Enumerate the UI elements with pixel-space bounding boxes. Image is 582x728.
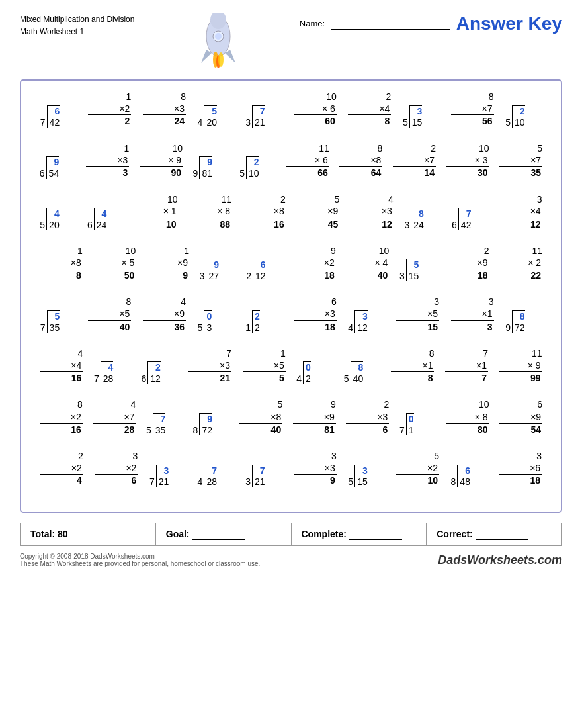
top-number: 10 [479, 398, 489, 410]
mul-problem: 10× 110 [134, 193, 177, 230]
answer: 16 [40, 372, 83, 384]
operator-number: ×4 [499, 205, 542, 218]
divisor: 3 [404, 220, 409, 230]
div-problem: 3721 [245, 105, 282, 128]
top-number: 4 [78, 347, 83, 359]
mul-problem: 1×22 [88, 91, 131, 128]
dividend: 2 [255, 322, 260, 333]
footer-complete: Complete: [292, 523, 427, 545]
svg-marker-3 [225, 50, 235, 63]
answer: 81 [293, 424, 336, 435]
top-number: 11 [532, 245, 543, 257]
top-number: 10 [126, 245, 136, 257]
div-problem: 701 [399, 413, 436, 435]
quotient: 5 [54, 311, 60, 322]
header-left: Mixed Multiplication and Division Math W… [20, 13, 134, 38]
divisor: 8 [193, 425, 198, 435]
divisor: 3 [399, 271, 405, 281]
dividend: 28 [103, 373, 114, 384]
divisor: 1 [245, 322, 251, 333]
brand-logo: DadsWorksheets.com [438, 553, 562, 567]
divisor: 4 [296, 373, 302, 384]
answer: 50 [93, 269, 136, 281]
operator-number: ×3 [294, 308, 337, 320]
division-right: 981 [199, 156, 212, 179]
top-number: 8 [378, 142, 383, 154]
top-number: 4 [388, 193, 394, 205]
quotient: 2 [155, 362, 161, 373]
operator-number: × 2 [499, 257, 542, 269]
divisor: 6 [141, 373, 146, 384]
answer: 45 [296, 218, 339, 230]
dividend: 42 [461, 220, 472, 230]
top-number: 10 [167, 193, 178, 205]
operator-number: × 9 [140, 154, 183, 167]
top-number: 2 [431, 142, 436, 154]
name-line [331, 17, 450, 30]
rocket-icon [184, 13, 250, 73]
answer: 60 [294, 115, 337, 127]
dividend: 15 [357, 477, 368, 487]
answer: 8 [391, 372, 434, 384]
mul-problem: 4×936 [143, 296, 186, 333]
divisor: 9 [193, 168, 198, 179]
mul-problem: 11× 999 [499, 347, 542, 385]
problem-row-3: 1×8810× 5501×99392726129×21810× 44035152… [34, 245, 548, 282]
answer: 8 [40, 269, 83, 281]
div-problem: 5315 [348, 465, 384, 487]
name-label: Name: [300, 19, 325, 28]
svg-point-5 [215, 33, 222, 40]
divisor: 5 [239, 168, 245, 179]
name-section: Name: [300, 17, 450, 30]
division-right: 642 [47, 105, 60, 128]
dividend: 21 [255, 117, 265, 128]
answer: 54 [499, 424, 542, 435]
quotient: 8 [358, 362, 363, 373]
divisor: 4 [348, 322, 353, 333]
top-number: 11 [532, 347, 542, 359]
mul-problem: 11× 666 [286, 142, 329, 179]
answer: 12 [351, 218, 394, 230]
dividend: 10 [249, 168, 259, 179]
top-number: 5 [334, 193, 339, 205]
operator-number: ×1 [391, 359, 434, 372]
div-problem: 5420 [40, 208, 76, 230]
division-right: 03 [204, 310, 212, 333]
division-right: 01 [406, 413, 414, 435]
quotient: 7 [466, 208, 472, 219]
mul-problem: 9×218 [293, 245, 336, 282]
mul-problem: 8×540 [88, 296, 131, 333]
quotient: 4 [108, 362, 113, 373]
operator-number: ×1 [451, 308, 494, 320]
answer: 18 [294, 321, 337, 333]
worksheet-box: 76421×228×3244520372110× 6602×4853158×75… [20, 79, 562, 513]
top-number: 11 [222, 193, 232, 205]
divisor: 6 [40, 168, 45, 179]
footer-correct: Correct: [427, 523, 561, 545]
div-problem: 7428 [94, 361, 130, 384]
quotient: 3 [362, 465, 368, 476]
quotient: 2 [520, 106, 525, 116]
answer: 28 [93, 424, 136, 435]
problem-row-7: 2×243×267321472837213×3953155×21086483×6… [34, 450, 548, 487]
mul-problem: 3×412 [499, 193, 542, 230]
division-right: 824 [411, 208, 424, 230]
mul-problem: 10× 880 [446, 398, 489, 435]
operator-number: × 9 [499, 359, 542, 372]
answer: 56 [451, 115, 494, 127]
answer: 18 [446, 269, 489, 281]
copyright-text: Copyright © 2008-2018 DadsWorksheets.com… [20, 553, 260, 567]
dividend: 24 [413, 220, 424, 230]
answer: 9 [146, 269, 189, 281]
top-number: 10 [379, 245, 390, 257]
operator-number: × 1 [134, 205, 177, 218]
top-number: 8 [489, 91, 494, 103]
answer: 40 [88, 321, 131, 333]
svg-marker-2 [201, 50, 212, 63]
answer: 40 [346, 269, 389, 281]
top-number: 5 [537, 142, 542, 154]
answer: 40 [239, 424, 282, 435]
top-number: 2 [386, 91, 392, 103]
div-problem: 4312 [348, 310, 384, 333]
operator-number: ×4 [348, 103, 391, 115]
